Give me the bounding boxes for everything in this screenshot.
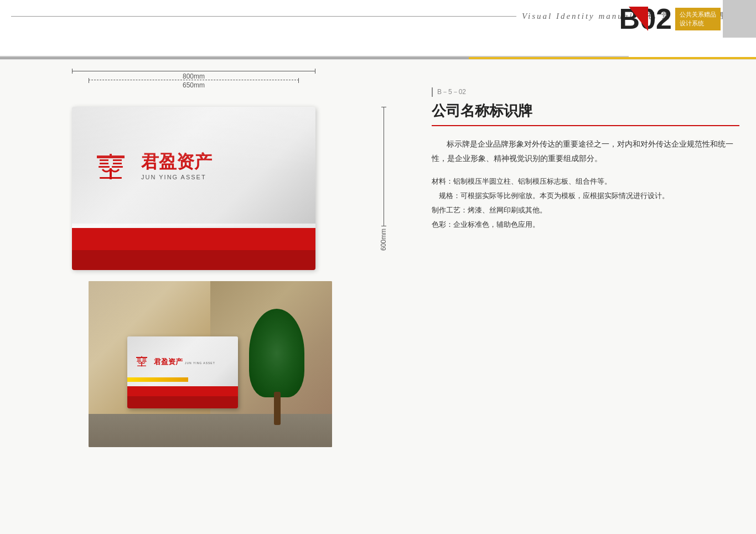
header-bar: Visual Identity manual 视 觉 识 别 管 理 手 册 B… <box>0 0 756 60</box>
badge-subtitle: 公共关系赠品 设计系统 <box>675 8 721 30</box>
ws-cn-text: 君盈资产 <box>154 357 183 366</box>
main-content: 800mm 650mm 600mm <box>0 60 756 534</box>
dim-600-line: 600mm <box>380 107 387 251</box>
svg-rect-4 <box>113 163 122 164</box>
svg-rect-12 <box>143 360 146 360</box>
ws-bottom-stripe <box>127 396 238 408</box>
vi-text: Visual Identity manual <box>522 12 634 21</box>
color-value: 企业标准色，辅助色应用。 <box>453 220 540 229</box>
color-label: 色彩： <box>432 220 453 229</box>
dim-800-text: 800mm <box>183 72 205 80</box>
header-line-left <box>11 16 516 17</box>
ws-logo-icon <box>133 354 151 369</box>
wall-sign-mockup: 君盈资产 JUN YING ASSET <box>127 336 238 408</box>
dim-600-text: 600mm <box>380 229 387 251</box>
ws-en-text: JUN YING ASSET <box>185 361 215 365</box>
photo-mockup: 君盈资产 JUN YING ASSET <box>89 281 332 447</box>
logo-icon-svg <box>89 147 133 186</box>
dim-650-text: 650mm <box>183 81 205 89</box>
material-label: 材料： <box>432 177 453 185</box>
signboard-upper: 君盈资产 JUN YING ASSET <box>72 107 315 226</box>
ws-text-area: 君盈资产 JUN YING ASSET <box>154 356 215 367</box>
logo-in-board: 君盈资产 JUN YING ASSET <box>89 147 212 186</box>
ws-yellow-stripe <box>127 377 188 382</box>
header-bottom-bar <box>0 57 756 59</box>
logo-text-area: 君盈资产 JUN YING ASSET <box>141 152 212 180</box>
svg-rect-6 <box>112 166 123 168</box>
section-code: B－5－02 <box>432 87 739 97</box>
svg-rect-14 <box>142 361 147 362</box>
svg-rect-16 <box>137 366 146 366</box>
color-item: 色彩：企业标准色，辅助色应用。 <box>432 217 739 232</box>
dim-800-ruler <box>72 71 315 71</box>
material-value: 铝制模压半圆立柱、铝制模压标志板、组合件等。 <box>453 177 612 185</box>
svg-rect-3 <box>100 163 108 164</box>
signboard-lower-stripes <box>72 226 315 270</box>
sb-white-stripe <box>72 224 315 228</box>
tree-decoration <box>244 314 310 425</box>
dim-650-line: 650mm <box>89 80 299 89</box>
dim-600-ruler <box>384 107 384 226</box>
material-item: 材料：铝制模压半圆立柱、铝制模压标志板、组合件等。 <box>432 174 739 189</box>
svg-rect-8 <box>100 177 122 179</box>
svg-rect-1 <box>100 159 108 161</box>
dim-650-ruler <box>89 80 299 80</box>
section-title: 公司名称标识牌 <box>432 101 739 126</box>
left-panel: 800mm 650mm 600mm <box>0 60 421 534</box>
signboard-container: 800mm 650mm 600mm <box>72 87 349 270</box>
craft-value: 烤漆、丝网印刷或其他。 <box>468 206 547 214</box>
red-arrow-icon <box>629 7 648 31</box>
craft-label: 制作工艺： <box>432 206 468 214</box>
tree-foliage <box>249 309 304 397</box>
dim-800-line: 800mm <box>72 71 315 80</box>
header-badge: B02 公共关系赠品 设计系统 <box>619 0 756 38</box>
gray-square <box>723 0 756 38</box>
right-panel: B－5－02 公司名称标识牌 标示牌是企业品牌形象对外传达的重要途径之一，对内和… <box>421 60 756 534</box>
section-desc: 标示牌是企业品牌形象对外传达的重要途径之一，对内和对外传达企业规范性和统一性，是… <box>432 137 739 165</box>
spec-label: 规格： <box>439 191 460 200</box>
signboard-diagram: 君盈资产 JUN YING ASSET <box>72 107 315 270</box>
sb-bottom-stripe <box>72 250 315 270</box>
sb-red-stripe <box>72 228 315 250</box>
spec-item: 规格：可根据实际等比例缩放。本页为模板，应根据实际情况进行设计。 <box>432 189 739 203</box>
ws-red-stripe <box>127 386 238 396</box>
spec-value: 可根据实际等比例缩放。本页为模板，应根据实际情况进行设计。 <box>460 191 669 200</box>
svg-rect-5 <box>99 166 110 168</box>
svg-rect-10 <box>143 359 146 359</box>
logo-en-text: JUN YING ASSET <box>141 174 212 180</box>
svg-rect-9 <box>137 359 141 359</box>
tree-trunk <box>274 392 281 425</box>
svg-rect-2 <box>113 159 122 161</box>
svg-rect-13 <box>137 361 141 362</box>
craft-item: 制作工艺：烤漆、丝网印刷或其他。 <box>432 203 739 217</box>
svg-rect-11 <box>137 360 141 360</box>
header-mid-line <box>0 56 629 57</box>
logo-cn-text: 君盈资产 <box>141 152 212 172</box>
